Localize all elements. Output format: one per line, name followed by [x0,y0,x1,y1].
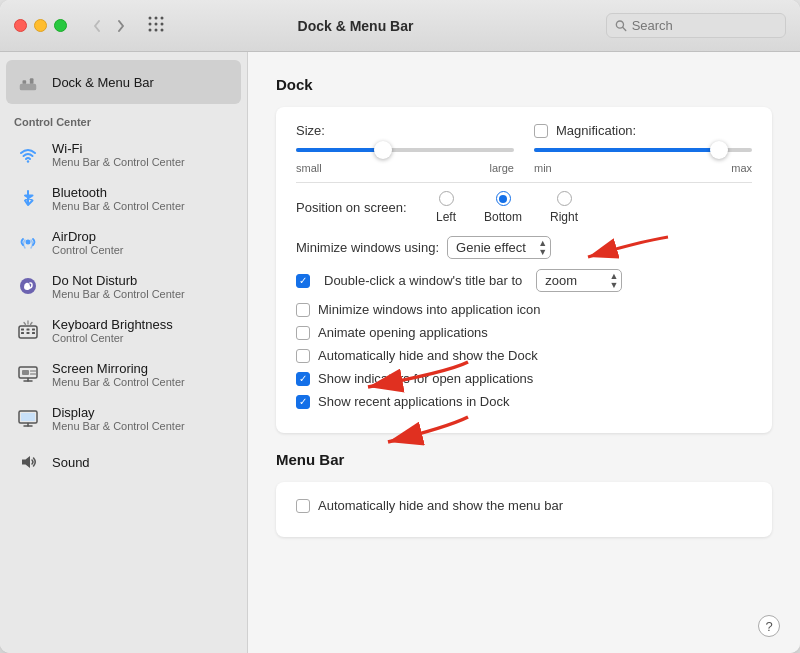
sidebar-label-keyboard: Keyboard Brightness [52,317,173,332]
svg-rect-21 [21,332,24,334]
svg-rect-18 [21,329,24,331]
sidebar-item-wifi[interactable]: Wi-Fi Menu Bar & Control Center [0,132,247,176]
sidebar-item-sound[interactable]: Sound [0,440,247,484]
double-click-select-wrapper[interactable]: zoom minimize ▲▼ [536,269,622,292]
mag-max-label: max [731,162,752,174]
svg-rect-22 [27,332,30,334]
sidebar-text-bluetooth: Bluetooth Menu Bar & Control Center [52,185,185,212]
sidebar-label-bluetooth: Bluetooth [52,185,185,200]
menu-bar-settings-group: Automatically hide and show the menu bar [276,482,772,537]
checkbox-row-1: Animate opening applications [296,325,752,340]
dock-icon [14,68,42,96]
main-window: Dock & Menu Bar Doc [0,0,800,653]
airdrop-icon [14,228,42,256]
size-slider[interactable] [296,140,514,160]
sidebar-item-dock-menu-bar[interactable]: Dock & Menu Bar [6,60,241,104]
help-button[interactable]: ? [758,615,780,637]
main-content: Dock & Menu Bar Control Center Wi-Fi Men… [0,52,800,653]
minimize-select[interactable]: Genie effect Scale effect [447,236,551,259]
minimize-label: Minimize windows using: [296,240,439,255]
checkbox-auto-hide-menu-bar[interactable] [296,499,310,513]
svg-rect-12 [23,80,27,84]
back-arrow[interactable] [87,16,107,36]
position-bottom[interactable]: Bottom [484,191,522,224]
sidebar-text-airdrop: AirDrop Control Center [52,229,124,256]
checkbox-row-2: Automatically hide and show the Dock [296,348,752,363]
sidebar-label-airdrop: AirDrop [52,229,124,244]
checkbox-row-3: Show indicators for open applications [296,371,752,386]
maximize-button[interactable] [54,19,67,32]
double-click-checkbox[interactable] [296,274,310,288]
svg-rect-23 [32,332,35,334]
position-radio-group: Left Bottom Right [436,191,578,224]
sidebar-item-keyboard-brightness[interactable]: Keyboard Brightness Control Center [0,308,247,352]
sidebar-text-display: Display Menu Bar & Control Center [52,405,185,432]
sidebar-item-display[interactable]: Display Menu Bar & Control Center [0,396,247,440]
magnification-slider[interactable] [534,140,752,160]
checkbox-label-2: Automatically hide and show the Dock [318,348,538,363]
position-left-radio[interactable] [439,191,454,206]
sidebar-label-dnd: Do Not Disturb [52,273,185,288]
position-left-label: Left [436,210,456,224]
svg-point-15 [26,240,31,245]
menu-bar-checkbox-row-0: Automatically hide and show the menu bar [296,498,752,513]
search-bar[interactable] [606,13,786,38]
sidebar-sublabel-wifi: Menu Bar & Control Center [52,156,185,168]
sidebar-item-dnd[interactable]: Do Not Disturb Menu Bar & Control Center [0,264,247,308]
double-click-label: Double-click a window's title bar to [324,273,522,288]
sidebar-sublabel-airdrop: Control Center [52,244,124,256]
svg-rect-11 [20,84,37,90]
position-right-label: Right [550,210,578,224]
checkbox-label-4: Show recent applications in Dock [318,394,510,409]
minimize-row: Minimize windows using: Genie effect Sca… [296,236,752,259]
sidebar-item-screen-mirroring[interactable]: Screen Mirroring Menu Bar & Control Cent… [0,352,247,396]
double-click-row: Double-click a window's title bar to zoo… [296,269,752,292]
sidebar-text-dock: Dock & Menu Bar [52,75,154,90]
checkbox-auto-hide[interactable] [296,349,310,363]
checkbox-recent-apps[interactable] [296,395,310,409]
svg-rect-19 [27,329,30,331]
sidebar-label-dock: Dock & Menu Bar [52,75,154,90]
magnification-checkbox[interactable] [534,124,548,138]
sidebar-sublabel-dnd: Menu Bar & Control Center [52,288,185,300]
dock-section-title: Dock [276,76,772,93]
minimize-select-wrapper[interactable]: Genie effect Scale effect ▲▼ [447,236,551,259]
position-left[interactable]: Left [436,191,456,224]
svg-rect-26 [30,370,36,372]
position-bottom-radio[interactable] [496,191,511,206]
checkbox-row-4: Show recent applications in Dock [296,394,752,409]
minimize-button[interactable] [34,19,47,32]
position-right-radio[interactable] [557,191,572,206]
double-click-select[interactable]: zoom minimize [536,269,622,292]
dnd-icon [14,272,42,300]
sidebar-text-sound: Sound [52,455,90,470]
keyboard-brightness-icon [14,316,42,344]
section-header-control-center: Control Center [0,106,247,132]
size-large-label: large [490,162,514,174]
display-icon [14,404,42,432]
sidebar-item-airdrop[interactable]: AirDrop Control Center [0,220,247,264]
dock-settings-group: Size: small large [276,107,772,433]
search-input[interactable] [632,18,777,33]
checkbox-label-0: Minimize windows into application icon [318,302,541,317]
sidebar-sublabel-screen-mirroring: Menu Bar & Control Center [52,376,185,388]
sidebar-sublabel-bluetooth: Menu Bar & Control Center [52,200,185,212]
checkbox-minimize-app-icon[interactable] [296,303,310,317]
position-right[interactable]: Right [550,191,578,224]
sidebar-item-bluetooth[interactable]: Bluetooth Menu Bar & Control Center [0,176,247,220]
checkbox-indicators[interactable] [296,372,310,386]
svg-rect-20 [32,329,35,331]
sidebar: Dock & Menu Bar Control Center Wi-Fi Men… [0,52,248,653]
svg-rect-13 [30,78,34,84]
position-bottom-label: Bottom [484,210,522,224]
sound-icon [14,448,42,476]
traffic-lights [14,19,67,32]
mag-min-label: min [534,162,552,174]
sidebar-sublabel-keyboard: Control Center [52,332,173,344]
svg-line-10 [623,27,626,30]
close-button[interactable] [14,19,27,32]
bluetooth-icon [14,184,42,212]
size-label: Size: [296,123,325,138]
checkbox-animate[interactable] [296,326,310,340]
screen-mirror-icon [14,360,42,388]
